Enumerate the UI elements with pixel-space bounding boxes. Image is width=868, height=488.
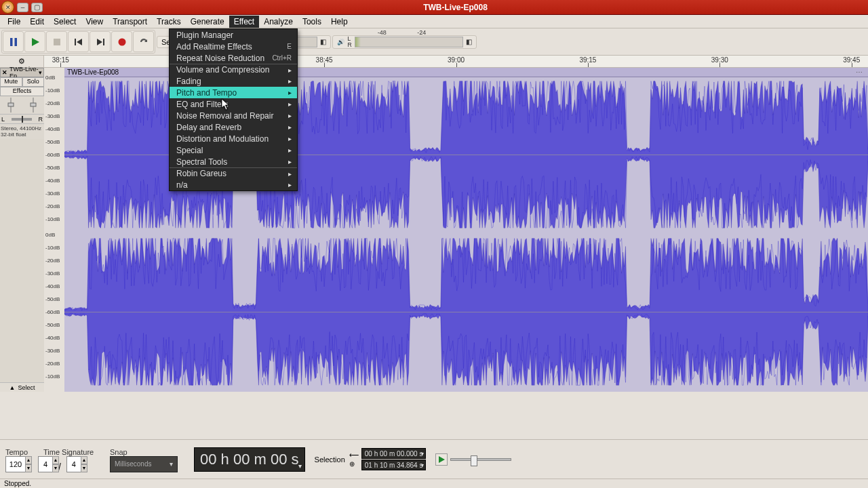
menubar: FileEditSelectViewTransportTracksGenerat… — [0, 15, 868, 28]
tempo-label: Tempo — [5, 448, 28, 456]
menu-item[interactable]: Spectral Tools▸ — [170, 156, 297, 167]
menu-item[interactable]: Special▸ — [170, 144, 297, 156]
menu-effect[interactable]: Effect — [229, 16, 259, 28]
menu-analyze[interactable]: Analyze — [259, 16, 298, 28]
submenu-arrow-icon: ▸ — [288, 89, 292, 96]
selection-start-time[interactable]: 00 h 00 m 00.000 s▾ — [361, 448, 427, 459]
skip-end-button[interactable] — [90, 31, 111, 52]
transport-toolbar: Setup 🎤 LR -48 -24 ◧ 🔊 LR -48 -24 ◧ — [0, 28, 868, 56]
mute-button[interactable]: Mute — [0, 77, 22, 87]
menu-transport[interactable]: Transport — [108, 16, 152, 28]
rec-meter-menu-icon[interactable]: ◧ — [320, 38, 326, 45]
submenu-arrow-icon: ▸ — [288, 66, 292, 74]
svg-rect-12 — [31, 103, 36, 106]
selection-end-icon[interactable]: ⊕ — [349, 460, 359, 468]
track-header[interactable]: ✕ TWB-Live-Ep ▾ — [0, 68, 44, 77]
submenu-arrow-icon: ▸ — [288, 135, 292, 142]
menu-help[interactable]: Help — [326, 16, 353, 28]
selection-end-time[interactable]: 01 h 10 m 34.864 s▾ — [361, 460, 427, 470]
accelerator-label: E — [287, 43, 292, 50]
menu-item[interactable]: EQ and Filters▸ — [170, 98, 297, 110]
skip-start-button[interactable] — [68, 31, 89, 52]
tempo-input[interactable]: 120▲▼ — [5, 456, 26, 472]
menu-item[interactable]: Plugin Manager — [170, 29, 297, 41]
pause-button[interactable] — [3, 31, 24, 52]
play-button[interactable] — [24, 31, 45, 52]
svg-marker-5 — [77, 39, 82, 45]
close-window-button[interactable]: ✕ — [1, 1, 14, 14]
maximize-window-button[interactable]: ▢ — [31, 3, 43, 12]
menu-view[interactable]: View — [81, 16, 108, 28]
minimize-window-button[interactable]: – — [17, 3, 28, 12]
timeline-options-icon[interactable]: ⚙ — [18, 57, 25, 66]
menu-item[interactable]: Volume and Compression▸ — [170, 64, 297, 75]
menu-select[interactable]: Select — [49, 16, 81, 28]
menu-item[interactable]: Pitch and Tempo▸ — [170, 87, 297, 98]
submenu-arrow-icon: ▸ — [288, 146, 292, 154]
db-tick: -10dB — [45, 216, 60, 222]
svg-rect-7 — [103, 39, 104, 45]
main-timecode[interactable]: 00 h 00 m 00 s▾ — [194, 447, 305, 472]
db-tick: -10dB — [45, 373, 60, 380]
track-format-info: Stereo, 44100Hz 32-bit float — [0, 124, 44, 139]
menu-tools[interactable]: Tools — [298, 16, 326, 28]
collapse-track-icon[interactable]: ▲ — [9, 384, 16, 391]
menu-item[interactable]: Add Realtime EffectsE — [170, 41, 297, 52]
db-tick: -40dB — [45, 178, 60, 184]
menu-item[interactable]: Repeat Noise ReductionCtrl+R — [170, 52, 297, 64]
menu-item[interactable]: Robin Gareus▸ — [170, 167, 297, 179]
svg-rect-10 — [8, 103, 14, 106]
db-tick: -30dB — [45, 190, 60, 197]
db-tick: -20dB — [45, 361, 60, 367]
menu-file[interactable]: File — [3, 16, 25, 28]
menu-generate[interactable]: Generate — [186, 16, 229, 28]
select-track-button[interactable]: Select — [18, 384, 35, 391]
menu-item[interactable]: n/a▸ — [170, 179, 297, 190]
pan-slider[interactable] — [12, 118, 32, 121]
time-sig-numerator[interactable]: 4▲▼ — [38, 456, 53, 472]
effects-button[interactable]: Effects — [0, 87, 44, 96]
stop-button[interactable] — [46, 31, 67, 52]
db-tick: 0dB — [45, 232, 55, 238]
solo-button[interactable]: Solo — [22, 77, 45, 87]
db-tick: -50dB — [45, 139, 60, 145]
meter-tick: -48 — [378, 29, 387, 36]
db-tick: -20dB — [45, 258, 60, 264]
clip-name[interactable]: TWB-Live-Ep008 — [67, 68, 119, 76]
db-tick: -30dB — [45, 113, 60, 119]
db-tick: -20dB — [45, 100, 60, 106]
svg-rect-1 — [14, 38, 17, 46]
snap-select[interactable]: Milliseconds — [110, 456, 178, 472]
db-tick: -40dB — [45, 335, 60, 341]
db-tick: -60dB — [45, 152, 60, 158]
db-tick: -50dB — [45, 296, 60, 302]
record-button[interactable] — [111, 31, 132, 52]
menu-item[interactable]: Delay and Reverb▸ — [170, 121, 297, 133]
snap-label: Snap — [110, 448, 127, 456]
play-meter-menu-icon[interactable]: ◧ — [466, 38, 472, 45]
selection-label: Selection — [315, 455, 345, 464]
clip-menu-icon[interactable]: ⋯ — [856, 68, 864, 76]
gain-slider[interactable] — [7, 98, 15, 113]
menu-item[interactable]: Distortion and Modulation▸ — [170, 133, 297, 144]
track-menu-icon[interactable]: ▾ — [39, 69, 42, 76]
menu-item[interactable]: Fading▸ — [170, 75, 297, 87]
timeline-ruler[interactable]: 38:1538:3038:4539:0039:1539:3039:45 — [44, 56, 868, 67]
db-tick: -30dB — [45, 270, 60, 277]
playback-meter[interactable]: 🔊 LR -48 -24 ◧ — [332, 35, 477, 49]
play-at-speed-button[interactable] — [435, 453, 448, 466]
gain-slider-2[interactable] — [29, 98, 37, 113]
effect-menu: Plugin ManagerAdd Realtime EffectsERepea… — [169, 28, 298, 191]
menu-item[interactable]: Noise Removal and Repair▸ — [170, 110, 297, 121]
selection-start-icon[interactable]: ⟵ — [349, 451, 359, 459]
svg-rect-0 — [10, 38, 13, 46]
menu-tracks[interactable]: Tracks — [152, 16, 186, 28]
menu-edit[interactable]: Edit — [25, 16, 49, 28]
close-track-icon[interactable]: ✕ — [2, 69, 7, 76]
track-control-panel: ✕ TWB-Live-Ep ▾ Mute Solo Effects L R St… — [0, 68, 44, 392]
playback-speed-slider[interactable] — [450, 458, 511, 461]
loop-button[interactable] — [133, 31, 154, 52]
speaker-icon: 🔊 — [337, 39, 344, 45]
time-sig-denominator[interactable]: 4▲▼ — [66, 456, 81, 472]
window-title: TWB-Live-Ep008 — [43, 3, 868, 12]
